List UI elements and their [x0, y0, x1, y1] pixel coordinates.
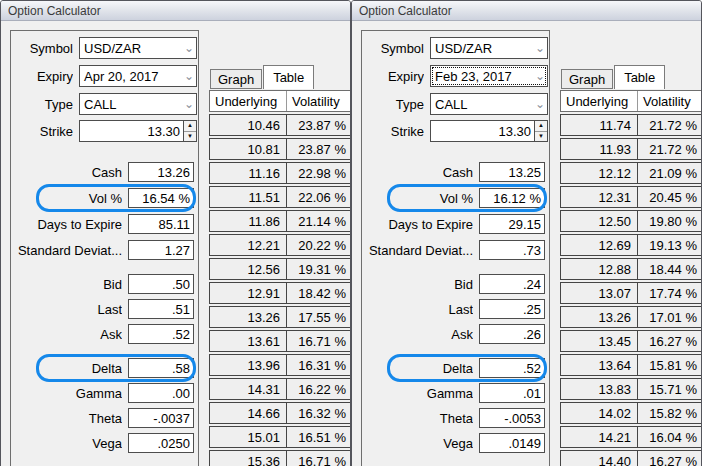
combo-select[interactable]: CALL ⌄ — [79, 93, 197, 115]
table-row[interactable]: 12.56 19.31 % — [209, 258, 351, 280]
volatility-cell: 17.01 % — [638, 307, 701, 327]
table-row[interactable]: 11.74 21.72 % — [560, 114, 702, 136]
volatility-cell: 16.71 % — [287, 451, 350, 466]
underlying-cell: 11.51 — [210, 187, 287, 207]
field-label: Delta — [11, 361, 122, 376]
table-row[interactable]: 14.31 16.22 % — [209, 378, 351, 400]
combo-select[interactable]: USD/ZAR ⌄ — [430, 37, 548, 59]
value-field[interactable]: .24 — [479, 274, 545, 294]
value-field[interactable]: -.0037 — [128, 408, 194, 428]
table-row[interactable]: 11.93 21.72 % — [560, 138, 702, 160]
table-row[interactable]: 13.64 15.81 % — [560, 354, 702, 376]
table-row[interactable]: 12.91 18.42 % — [209, 282, 351, 304]
table-row[interactable]: 13.61 16.71 % — [209, 330, 351, 352]
combo-value: Feb 23, 2017 — [431, 69, 512, 84]
value-field[interactable]: .52 — [479, 358, 545, 378]
field-value: .25 — [523, 302, 544, 317]
field-label: Vol % — [11, 191, 122, 206]
value-field[interactable]: 13.25 — [479, 162, 545, 182]
tab-graph[interactable]: Graph — [210, 69, 262, 89]
underlying-cell: 14.02 — [561, 403, 638, 423]
spin-up-icon[interactable]: ▲ — [535, 121, 547, 132]
field-label: Expiry — [362, 69, 424, 84]
table-row[interactable]: 10.46 23.87 % — [209, 114, 351, 136]
value-field[interactable]: .00 — [128, 383, 194, 403]
value-field[interactable]: 13.26 — [128, 162, 194, 182]
volatility-cell: 18.42 % — [287, 283, 350, 303]
table-row[interactable]: 13.26 17.55 % — [209, 306, 351, 328]
table-row[interactable]: 14.40 16.27 % — [560, 450, 702, 466]
table-row[interactable]: 14.66 16.32 % — [209, 402, 351, 424]
table-row[interactable]: 13.26 17.01 % — [560, 306, 702, 328]
tab-table[interactable]: Table — [614, 65, 665, 89]
value-field[interactable]: .50 — [128, 274, 194, 294]
value-field[interactable]: .01 — [479, 383, 545, 403]
table-row[interactable]: 12.31 20.45 % — [560, 186, 702, 208]
value-field[interactable]: 1.27 — [128, 240, 194, 260]
table-row[interactable]: 14.02 15.82 % — [560, 402, 702, 424]
value-field[interactable]: 29.15 — [479, 214, 545, 234]
value-field[interactable]: .52 — [128, 324, 194, 344]
form-row: Ask .52 — [11, 324, 198, 344]
combo-value: Apr 20, 2017 — [80, 69, 158, 84]
form-row: Ask .26 — [362, 324, 549, 344]
field-label: Days to Expire — [11, 217, 122, 232]
combo-select[interactable]: USD/ZAR ⌄ — [79, 37, 197, 59]
table-row[interactable]: 14.21 16.04 % — [560, 426, 702, 448]
value-field[interactable]: .0250 — [128, 433, 194, 453]
table-row[interactable]: 12.69 19.13 % — [560, 234, 702, 256]
chevron-down-icon: ⌄ — [184, 67, 194, 85]
strike-spinner[interactable]: 13.30 ▲ ▼ — [79, 120, 197, 142]
value-field[interactable]: .25 — [479, 299, 545, 319]
title-bar[interactable]: Option Calculator — [1, 1, 350, 21]
table-row[interactable]: 12.50 19.80 % — [560, 210, 702, 232]
field-label: Ask — [362, 327, 473, 342]
table-row[interactable]: 12.88 18.44 % — [560, 258, 702, 280]
field-label: Vega — [11, 436, 122, 451]
chevron-down-icon: ⌄ — [184, 95, 194, 113]
form-row: Theta -.0037 — [11, 408, 198, 428]
volatility-cell: 15.71 % — [638, 379, 701, 399]
col-header-volatility: Volatility — [638, 91, 701, 111]
value-field[interactable]: .0149 — [479, 433, 545, 453]
value-field[interactable]: .51 — [128, 299, 194, 319]
combo-select[interactable]: CALL ⌄ — [430, 93, 548, 115]
underlying-cell: 14.21 — [561, 427, 638, 447]
value-field[interactable]: -.0053 — [479, 408, 545, 428]
field-label: Gamma — [11, 386, 122, 401]
field-label: Standard Deviat... — [362, 243, 473, 258]
value-field[interactable]: .58 — [128, 358, 194, 378]
spin-down-icon[interactable]: ▼ — [184, 132, 196, 142]
spin-up-icon[interactable]: ▲ — [184, 121, 196, 132]
table-row[interactable]: 12.21 20.22 % — [209, 234, 351, 256]
value-field[interactable]: .26 — [479, 324, 545, 344]
table-row[interactable]: 13.83 15.71 % — [560, 378, 702, 400]
table-row[interactable]: 12.12 21.09 % — [560, 162, 702, 184]
table-row[interactable]: 10.81 23.87 % — [209, 138, 351, 160]
value-field[interactable]: 85.11 — [128, 214, 194, 234]
tab-table[interactable]: Table — [263, 65, 314, 89]
tab-graph[interactable]: Graph — [561, 69, 613, 89]
table-row[interactable]: 11.16 22.98 % — [209, 162, 351, 184]
combo-select[interactable]: Apr 20, 2017 ⌄ — [79, 65, 197, 87]
form-row: Cash 13.25 — [362, 162, 549, 182]
col-header-underlying: Underlying — [561, 91, 638, 111]
strike-spinner[interactable]: 13.30 ▲ ▼ — [430, 120, 548, 142]
value-field[interactable]: 16.12 % — [479, 188, 545, 208]
table-row[interactable]: 11.86 21.14 % — [209, 210, 351, 232]
underlying-cell: 10.46 — [210, 115, 287, 135]
table-row[interactable]: 11.51 22.06 % — [209, 186, 351, 208]
table-row[interactable]: 13.96 16.31 % — [209, 354, 351, 376]
combo-select[interactable]: Feb 23, 2017 ⌄ — [430, 65, 548, 87]
table-row[interactable]: 13.45 16.27 % — [560, 330, 702, 352]
volatility-cell: 23.87 % — [287, 115, 350, 135]
title-bar[interactable]: Option Calculator — [352, 1, 701, 21]
value-field[interactable]: .73 — [479, 240, 545, 260]
table-row[interactable]: 13.07 17.74 % — [560, 282, 702, 304]
table-row[interactable]: 15.36 16.71 % — [209, 450, 351, 466]
value-field[interactable]: 16.54 % — [128, 188, 194, 208]
field-value: .58 — [172, 361, 193, 376]
spin-down-icon[interactable]: ▼ — [535, 132, 547, 142]
table-row[interactable]: 15.01 16.51 % — [209, 426, 351, 448]
volatility-cell: 15.81 % — [638, 355, 701, 375]
